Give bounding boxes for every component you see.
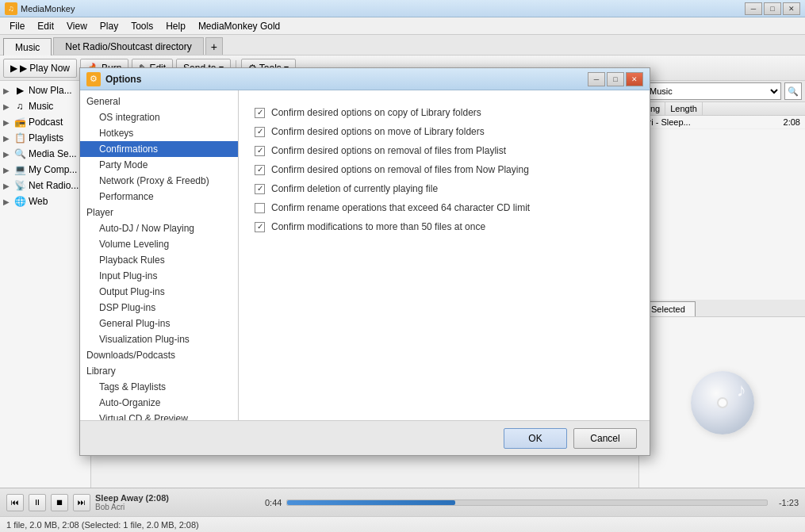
search-icon-button[interactable]: 🔍	[784, 82, 802, 100]
sidebar-label-net-radio: Net Radio...	[29, 180, 79, 191]
dialog-content: General OS integration Hotkeys Confirmat…	[80, 90, 650, 420]
nav-downloads-header[interactable]: Downloads/Podcasts	[80, 347, 238, 363]
dialog-minimize-button[interactable]: ─	[588, 72, 605, 86]
expand-arrow: ▶	[3, 86, 10, 95]
confirm-modify-files-checkbox[interactable]	[255, 222, 265, 232]
tab-music[interactable]: Music	[3, 38, 52, 55]
dialog-footer: OK Cancel	[80, 420, 650, 455]
cancel-button[interactable]: Cancel	[573, 428, 637, 449]
menu-bar: File Edit View Play Tools Help MediaMonk…	[0, 17, 805, 35]
sidebar-item-my-comp[interactable]: ▶ 💻 My Comp...	[0, 162, 90, 178]
confirm-modify-files-option[interactable]: Confirm modifications to more than 50 fi…	[255, 217, 634, 236]
track-name: cri - Sleep...	[644, 117, 691, 127]
tab-netradio[interactable]: Net Radio/Shoutcast directory	[53, 37, 203, 55]
dialog-title: Options	[105, 74, 588, 85]
nav-player-header[interactable]: Player	[80, 205, 238, 220]
expand-arrow-media: ▶	[3, 150, 10, 159]
confirm-rename-cd-option[interactable]: Confirm rename operations that exceed 64…	[255, 198, 634, 217]
nav-hotkeys[interactable]: Hotkeys	[80, 125, 238, 141]
dialog-controls: ─ □ ✕	[588, 72, 643, 86]
nav-auto-organize[interactable]: Auto-Organize	[80, 395, 238, 411]
forward-button[interactable]: ⏭	[73, 494, 90, 511]
dialog-close-button[interactable]: ✕	[626, 72, 643, 86]
menu-view[interactable]: View	[60, 19, 94, 33]
window-title: MediaMonkey	[21, 4, 745, 13]
expand-arrow-comp: ▶	[3, 166, 10, 174]
confirm-copy-library-option[interactable]: Confirm desired options on copy of Libra…	[255, 103, 634, 122]
nav-input-plugins[interactable]: Input Plug-ins	[80, 268, 238, 284]
media-search-icon: 🔍	[13, 147, 26, 160]
nav-playback-rules[interactable]: Playback Rules	[80, 252, 238, 268]
confirm-move-library-option[interactable]: Confirm desired options on move of Libra…	[255, 122, 634, 141]
confirm-delete-playing-option[interactable]: Confirm deletion of currently playing fi…	[255, 179, 634, 198]
nav-confirmations[interactable]: Confirmations	[80, 141, 238, 157]
nav-output-plugins[interactable]: Output Plug-ins	[80, 284, 238, 300]
sidebar-item-now-playing[interactable]: ▶ ▶ Now Pla...	[0, 82, 90, 98]
player-track-title: Sleep Away (2:08)	[95, 493, 254, 503]
menu-file[interactable]: File	[3, 19, 31, 33]
menu-play[interactable]: Play	[94, 19, 125, 33]
nav-party-mode[interactable]: Party Mode	[80, 157, 238, 173]
confirm-copy-library-label: Confirm desired options on copy of Libra…	[271, 107, 481, 118]
nav-general-plugins[interactable]: General Plug-ins	[80, 316, 238, 331]
nav-os-integration[interactable]: OS integration	[80, 109, 238, 125]
confirm-remove-playlist-option[interactable]: Confirm desired options on removal of fi…	[255, 141, 634, 160]
title-bar-controls: ─ □ ✕	[745, 2, 800, 15]
minimize-button[interactable]: ─	[745, 2, 762, 15]
track-length: 2:08	[784, 117, 800, 127]
track-list-item[interactable]: cri - Sleep... 2:08	[639, 116, 805, 129]
play-pause-button[interactable]: ⏸	[29, 494, 46, 511]
dialog-maximize-button[interactable]: □	[607, 72, 624, 86]
menu-help[interactable]: Help	[159, 19, 192, 33]
confirm-remove-nowplaying-checkbox[interactable]	[255, 165, 265, 175]
progress-bar[interactable]	[286, 499, 768, 506]
nav-visualization-plugins[interactable]: Visualization Plug-ins	[80, 331, 238, 347]
confirm-delete-playing-checkbox[interactable]	[255, 184, 265, 194]
sidebar-item-playlists[interactable]: ▶ 📋 Playlists	[0, 130, 90, 146]
sidebar-item-media-se[interactable]: ▶ 🔍 Media Se...	[0, 146, 90, 162]
confirm-move-library-checkbox[interactable]	[255, 127, 265, 137]
nav-auto-dj[interactable]: Auto-DJ / Now Playing	[80, 220, 238, 236]
menu-edit[interactable]: Edit	[31, 19, 60, 33]
nav-virtual-cd[interactable]: Virtual CD & Preview	[80, 411, 238, 420]
player-track-info: Sleep Away (2:08) Bob Acri	[95, 493, 254, 511]
nav-network[interactable]: Network (Proxy & Freedb)	[80, 173, 238, 189]
nav-general-header[interactable]: General	[80, 94, 238, 109]
nav-tags-playlists[interactable]: Tags & Playlists	[80, 379, 238, 395]
confirm-remove-playlist-label: Confirm desired options on removal of fi…	[271, 145, 506, 156]
confirm-copy-library-checkbox[interactable]	[255, 108, 265, 118]
rewind-button[interactable]: ⏮	[6, 494, 24, 511]
play-now-button[interactable]: ▶ ▶ Play Now	[3, 59, 77, 78]
stop-button[interactable]: ⏹	[51, 494, 68, 511]
maximize-button[interactable]: □	[764, 2, 781, 15]
playlists-icon: 📋	[13, 132, 26, 144]
menu-tools[interactable]: Tools	[125, 19, 159, 33]
nav-library-header[interactable]: Library	[80, 363, 238, 379]
sidebar-item-net-radio[interactable]: ▶ 📡 Net Radio...	[0, 178, 90, 193]
now-playing-icon: ▶	[13, 84, 26, 97]
confirm-delete-playing-label: Confirm deletion of currently playing fi…	[271, 183, 438, 194]
sidebar-item-music[interactable]: ▶ ♫ Music	[0, 98, 90, 114]
podcast-icon: 📻	[13, 116, 26, 128]
expand-arrow-music: ▶	[3, 102, 10, 111]
nav-dsp-plugins[interactable]: DSP Plug-ins	[80, 300, 238, 316]
confirm-remove-nowplaying-option[interactable]: Confirm desired options on removal of fi…	[255, 160, 634, 179]
music-dropdown[interactable]: Music	[642, 82, 781, 100]
right-panel-top: Music 🔍	[639, 81, 805, 102]
confirm-modify-files-label: Confirm modifications to more than 50 fi…	[271, 221, 485, 232]
sidebar-item-web[interactable]: ▶ 🌐 Web	[0, 193, 90, 209]
confirm-remove-playlist-checkbox[interactable]	[255, 146, 265, 156]
menu-mmgold[interactable]: MediaMonkey Gold	[192, 19, 286, 33]
sidebar-label-podcast: Podcast	[29, 117, 63, 128]
expand-arrow-playlists: ▶	[3, 134, 10, 143]
close-button[interactable]: ✕	[783, 2, 800, 15]
nav-volume-leveling[interactable]: Volume Leveling	[80, 236, 238, 252]
tab-bar: Music Net Radio/Shoutcast directory +	[0, 35, 805, 55]
sidebar-label-my-comp: My Comp...	[29, 164, 77, 175]
confirm-rename-cd-checkbox[interactable]	[255, 203, 265, 213]
nav-performance[interactable]: Performance	[80, 189, 238, 205]
ok-button[interactable]: OK	[504, 428, 567, 449]
sidebar-item-podcast[interactable]: ▶ 📻 Podcast	[0, 114, 90, 130]
confirm-rename-cd-label: Confirm rename operations that exceed 64…	[271, 202, 530, 213]
tab-add-button[interactable]: +	[205, 37, 223, 55]
